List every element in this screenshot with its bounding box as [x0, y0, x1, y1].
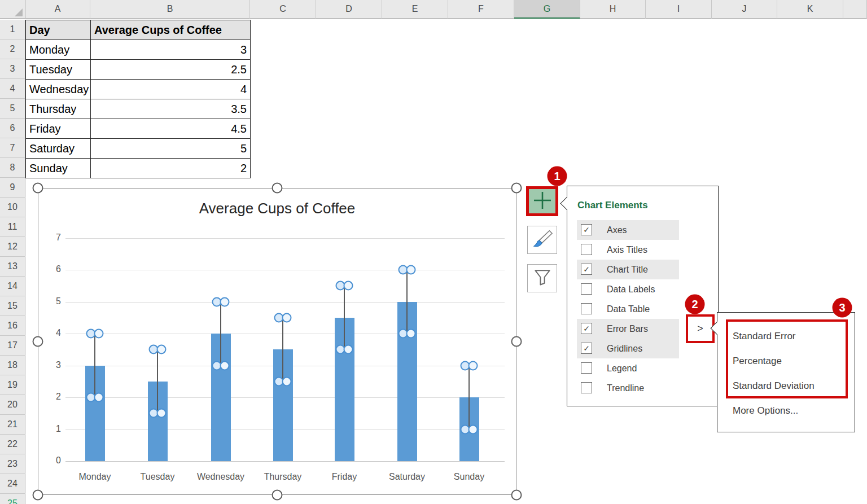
- error-bar-handle[interactable]: [94, 329, 104, 339]
- row-header-14[interactable]: 14: [0, 277, 25, 296]
- column-header-A[interactable]: A: [25, 0, 90, 19]
- row-header-1[interactable]: 1: [0, 20, 25, 40]
- chart-resize-handle[interactable]: [511, 183, 522, 194]
- column-header-I[interactable]: I: [646, 0, 712, 19]
- column-header-H[interactable]: H: [580, 0, 646, 19]
- table-cell-value[interactable]: 4.5: [90, 119, 251, 139]
- checkbox-axis-titles[interactable]: [581, 244, 592, 255]
- error-bar-handle[interactable]: [220, 361, 230, 370]
- row-header-11[interactable]: 11: [0, 217, 25, 237]
- checkbox-gridlines[interactable]: ✓: [581, 343, 592, 354]
- error-bar-handle[interactable]: [282, 313, 292, 322]
- row-header-19[interactable]: 19: [0, 375, 25, 395]
- row-header-21[interactable]: 21: [0, 415, 25, 435]
- chart-resize-handle[interactable]: [272, 490, 283, 501]
- column-header-J[interactable]: J: [712, 0, 777, 19]
- chart-element-item-axis-titles[interactable]: Axis Titles: [567, 240, 718, 260]
- y-axis-label-6[interactable]: 6: [42, 264, 61, 274]
- row-header-8[interactable]: 8: [0, 158, 25, 178]
- error-bar-handle[interactable]: [406, 329, 416, 339]
- column-header-F[interactable]: F: [448, 0, 514, 19]
- row-header-22[interactable]: 22: [0, 435, 25, 454]
- table-cell-value[interactable]: 4: [90, 79, 251, 99]
- checkbox-error-bars[interactable]: ✓: [581, 323, 592, 334]
- error-bar-handle[interactable]: [344, 345, 353, 354]
- error-bar-handle[interactable]: [344, 281, 353, 291]
- checkbox-trendline[interactable]: [581, 382, 592, 393]
- table-cell-value[interactable]: 5: [90, 138, 251, 159]
- chart-resize-handle[interactable]: [511, 490, 522, 501]
- chart-title[interactable]: Average Cups of Coffee: [38, 200, 516, 217]
- table-cell-day[interactable]: Wednesday: [25, 79, 91, 99]
- error-bar-handle[interactable]: [157, 409, 167, 418]
- error-bar-friday[interactable]: [344, 286, 345, 349]
- column-header-C[interactable]: C: [250, 0, 316, 19]
- column-header-E[interactable]: E: [382, 0, 448, 19]
- submenu-item-standard-error[interactable]: Standard Error: [733, 324, 796, 349]
- x-axis-label-thursday[interactable]: Thursday: [249, 472, 317, 482]
- table-header-day[interactable]: Day: [25, 20, 91, 40]
- y-axis-label-4[interactable]: 4: [42, 328, 61, 338]
- chart-resize-handle[interactable]: [33, 490, 43, 501]
- y-axis-label-2[interactable]: 2: [42, 392, 61, 402]
- error-bar-handle[interactable]: [468, 361, 478, 370]
- checkbox-data-table[interactable]: [581, 303, 592, 314]
- error-bar-handle[interactable]: [157, 345, 167, 354]
- column-header-G[interactable]: G: [514, 0, 580, 19]
- error-bar-handle[interactable]: [468, 424, 478, 434]
- checkbox-axes[interactable]: ✓: [581, 224, 592, 235]
- column-header-B[interactable]: B: [90, 0, 250, 19]
- row-header-7[interactable]: 7: [0, 138, 25, 158]
- x-axis-label-friday[interactable]: Friday: [310, 472, 378, 482]
- x-axis-label-monday[interactable]: Monday: [61, 472, 129, 482]
- table-cell-value[interactable]: 2: [90, 158, 251, 178]
- row-header-12[interactable]: 12: [0, 237, 25, 257]
- row-header-23[interactable]: 23: [0, 454, 25, 474]
- row-header-17[interactable]: 17: [0, 336, 25, 356]
- chart-resize-handle[interactable]: [33, 336, 43, 347]
- chart-resize-handle[interactable]: [33, 183, 43, 194]
- y-axis-label-3[interactable]: 3: [42, 360, 61, 370]
- row-header-2[interactable]: 2: [0, 40, 25, 59]
- table-cell-value[interactable]: 3.5: [90, 99, 251, 119]
- x-axis-label-saturday[interactable]: Saturday: [373, 472, 441, 482]
- error-bar-handle[interactable]: [406, 265, 416, 275]
- table-cell-day[interactable]: Monday: [25, 40, 91, 60]
- chart-resize-handle[interactable]: [511, 336, 522, 347]
- table-cell-day[interactable]: Friday: [25, 119, 91, 139]
- x-axis-label-wednesday[interactable]: Wednesday: [187, 472, 255, 482]
- chart-element-item-axes[interactable]: ✓Axes: [567, 220, 718, 240]
- table-header-average-cups[interactable]: Average Cups of Coffee: [90, 20, 251, 40]
- submenu-item-standard-deviation[interactable]: Standard Deviation: [733, 374, 815, 398]
- chart-filters-button[interactable]: [527, 264, 557, 292]
- x-axis-label-tuesday[interactable]: Tuesday: [124, 472, 191, 482]
- error-bar-handle[interactable]: [282, 376, 292, 386]
- table-cell-day[interactable]: Sunday: [25, 158, 91, 178]
- row-header-18[interactable]: 18: [0, 356, 25, 375]
- row-header-9[interactable]: 9: [0, 178, 25, 198]
- row-header-25[interactable]: 25: [0, 494, 25, 504]
- row-header-6[interactable]: 6: [0, 119, 25, 138]
- row-header-15[interactable]: 15: [0, 296, 25, 316]
- column-header-D[interactable]: D: [316, 0, 382, 19]
- x-axis-label-sunday[interactable]: Sunday: [435, 472, 503, 482]
- row-header-24[interactable]: 24: [0, 474, 25, 494]
- chart-resize-handle[interactable]: [272, 183, 283, 194]
- chart-styles-button[interactable]: [527, 226, 557, 254]
- checkbox-data-labels[interactable]: [581, 283, 592, 295]
- row-header-3[interactable]: 3: [0, 59, 25, 79]
- error-bar-sunday[interactable]: [468, 366, 470, 430]
- submenu-item-percentage[interactable]: Percentage: [733, 349, 782, 374]
- row-header-16[interactable]: 16: [0, 316, 25, 336]
- error-bar-monday[interactable]: [94, 334, 95, 397]
- table-cell-day[interactable]: Thursday: [25, 99, 91, 119]
- table-cell-day[interactable]: Saturday: [25, 138, 91, 159]
- row-header-20[interactable]: 20: [0, 395, 25, 415]
- y-axis-label-7[interactable]: 7: [42, 233, 61, 243]
- row-header-10[interactable]: 10: [0, 198, 25, 217]
- select-all-corner[interactable]: [0, 0, 25, 19]
- error-bar-thursday[interactable]: [282, 318, 283, 382]
- y-axis-label-5[interactable]: 5: [42, 296, 61, 306]
- chart-element-item-legend[interactable]: Legend: [567, 358, 718, 378]
- checkbox-legend[interactable]: [581, 362, 592, 374]
